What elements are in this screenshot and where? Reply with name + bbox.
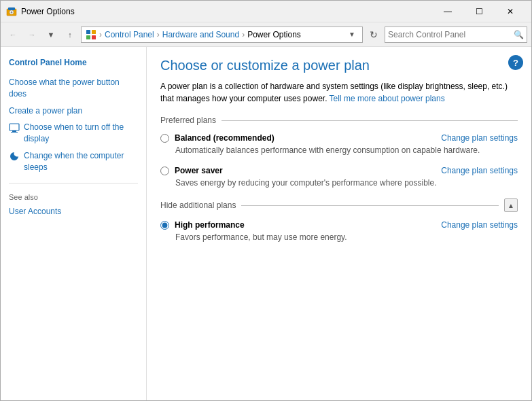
svg-rect-4 xyxy=(86,30,90,34)
sidebar-user-accounts-link[interactable]: User Accounts xyxy=(1,204,146,219)
balanced-radio[interactable] xyxy=(160,134,169,143)
close-button[interactable]: ✕ xyxy=(495,1,526,22)
balanced-plan-name: Balanced (recommended) xyxy=(175,133,274,143)
balanced-plan-desc: Automatically balances performance with … xyxy=(160,145,518,155)
power-saver-change-link[interactable]: Change plan settings xyxy=(441,166,518,175)
window-controls: — ☐ ✕ xyxy=(432,1,526,22)
sidebar-divider xyxy=(9,183,138,184)
plan-power-saver: Power saver Change plan settings Saves e… xyxy=(160,166,518,188)
sidebar-item-create-plan[interactable]: Create a power plan xyxy=(1,103,146,120)
power-saver-plan-name: Power saver xyxy=(175,166,223,175)
svg-point-3 xyxy=(11,11,13,13)
collapse-additional-button[interactable]: ▲ xyxy=(504,198,518,212)
control-panel-icon xyxy=(86,29,96,40)
plan-high-performance: High performance Change plan settings Fa… xyxy=(160,220,518,242)
page-heading: Choose or customize a power plan xyxy=(160,58,518,73)
sidebar-item-label-display: Choose when to turn off the display xyxy=(24,122,138,145)
window-title: Power Options xyxy=(21,7,432,16)
content-description: A power plan is a collection of hardware… xyxy=(160,80,518,105)
svg-rect-10 xyxy=(11,132,18,133)
plan-balanced: Balanced (recommended) Change plan setti… xyxy=(160,133,518,155)
breadcrumb-bar: › Control Panel › Hardware and Sound › P… xyxy=(81,27,363,43)
forward-button[interactable]: → xyxy=(24,27,40,43)
content-area: ? Choose or customize a power plan A pow… xyxy=(147,47,531,401)
search-box: 🔍 xyxy=(385,27,527,43)
sidebar-item-label-sleep: Change when the computer sleeps xyxy=(24,150,138,173)
svg-rect-7 xyxy=(92,35,96,39)
sidebar-item-display[interactable]: Choose when to turn off the display xyxy=(1,119,146,147)
preferred-plans-title: Preferred plans xyxy=(160,116,216,125)
breadcrumb-current: Power Options xyxy=(247,30,301,39)
display-icon xyxy=(9,122,20,133)
breadcrumb-dropdown-button[interactable]: ▼ xyxy=(346,31,358,38)
svg-rect-9 xyxy=(12,130,16,132)
svg-rect-8 xyxy=(10,124,19,130)
sidebar: Control Panel Home Choose what the power… xyxy=(1,47,147,401)
breadcrumb-hardware-sound[interactable]: Hardware and Sound xyxy=(162,30,239,39)
preferred-plans-header: Preferred plans xyxy=(160,116,518,125)
svg-rect-5 xyxy=(92,30,96,34)
power-saver-radio[interactable] xyxy=(160,167,169,175)
additional-section-line xyxy=(241,205,499,206)
window-icon xyxy=(6,6,17,17)
back-button[interactable]: ← xyxy=(5,27,21,43)
help-button[interactable]: ? xyxy=(508,55,523,70)
more-info-link[interactable]: Tell me more about power plans xyxy=(330,94,445,103)
sidebar-item-power-button[interactable]: Choose what the power button does xyxy=(1,74,146,103)
preferred-section-line xyxy=(221,120,518,121)
additional-plans-header: Hide additional plans ▲ xyxy=(160,198,518,212)
breadcrumb-control-panel[interactable]: Control Panel xyxy=(105,30,154,39)
high-performance-change-link[interactable]: Change plan settings xyxy=(441,220,518,230)
search-input[interactable] xyxy=(388,30,514,39)
refresh-button[interactable]: ↻ xyxy=(366,27,382,43)
dropdown-button[interactable]: ▼ xyxy=(43,27,59,43)
svg-rect-6 xyxy=(86,35,90,39)
sidebar-home-link[interactable]: Control Panel Home xyxy=(1,55,146,74)
svg-rect-1 xyxy=(8,7,15,10)
power-saver-plan-desc: Saves energy by reducing your computer's… xyxy=(160,178,518,188)
minimize-button[interactable]: — xyxy=(432,1,463,22)
high-performance-radio[interactable] xyxy=(160,221,169,230)
sidebar-item-label-power-button: Choose what the power button does xyxy=(9,77,138,100)
balanced-change-link[interactable]: Change plan settings xyxy=(441,133,518,143)
high-performance-plan-name: High performance xyxy=(175,220,245,230)
see-also-label: See also xyxy=(1,190,146,204)
search-icon: 🔍 xyxy=(514,30,524,39)
maximize-button[interactable]: ☐ xyxy=(463,1,495,22)
sleep-icon xyxy=(9,151,20,162)
sidebar-item-label-create-plan: Create a power plan xyxy=(9,105,82,117)
high-performance-plan-desc: Favors performance, but may use more ene… xyxy=(160,232,518,242)
up-button[interactable]: ↑ xyxy=(62,27,78,43)
additional-plans-title: Hide additional plans xyxy=(160,201,236,210)
main-layout: Control Panel Home Choose what the power… xyxy=(1,47,531,401)
sidebar-item-sleep[interactable]: Change when the computer sleeps xyxy=(1,147,146,176)
address-bar: ← → ▼ ↑ › Control Panel › Hardware and S… xyxy=(1,22,531,47)
title-bar: Power Options — ☐ ✕ xyxy=(1,1,531,22)
